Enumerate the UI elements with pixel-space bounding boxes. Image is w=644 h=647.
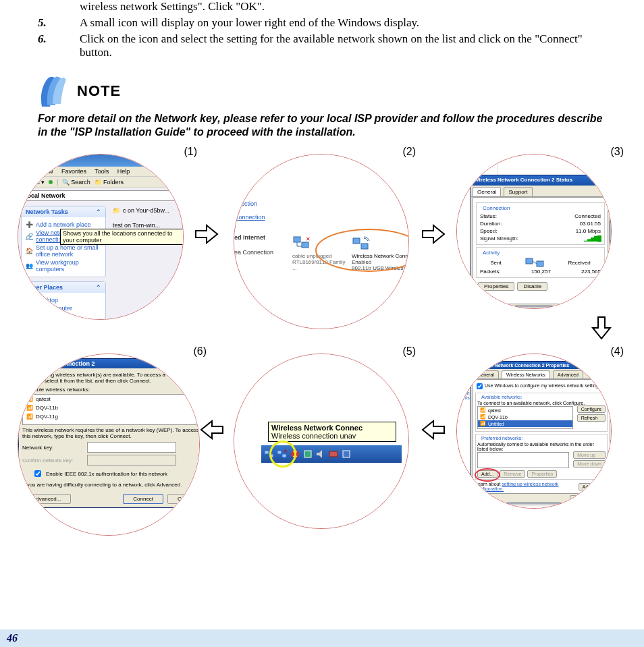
network-key-label: Network key: [22,445,83,451]
connect-button[interactable]: Connect [123,494,163,504]
collapse-icon[interactable]: ⌃ [96,284,101,291]
forward-icon[interactable] [49,180,53,184]
arrow-left-icon [421,420,446,440]
add-network-place-link[interactable]: ➕Add a network place [26,221,101,228]
svg-rect-5 [526,258,533,264]
available-networks-heading: Available networks: [480,395,523,399]
antenna-icon: 📶 [480,421,486,426]
note-icon [38,72,70,111]
wep-text: This wireless network requires the use o… [22,427,200,439]
tooltip-title: Wireless Network Connec [271,424,393,432]
network-item[interactable]: 📶qatest [23,395,200,403]
tab-advanced[interactable]: Advanced [553,370,583,378]
cancel-button[interactable]: Cancel [167,494,200,504]
setup-network-link[interactable]: 🏠Set up a home or small office network [26,244,101,258]
speed-value: 11.0 Mbps [576,228,601,234]
tray-icon[interactable] [328,449,339,459]
network-item[interactable]: 📶DQV-11b [23,403,200,412]
my-computer-link[interactable]: 💻My Computer [26,305,101,312]
tray-icon[interactable] [302,449,313,459]
advanced-button[interactable]: Advanced... [22,494,71,504]
share-item-2[interactable]: test on Tom-win... [113,222,160,229]
antenna-icon: 📶 [480,407,486,413]
properties-button[interactable]: Properties [478,282,514,291]
lan-icon[interactable]: ✕ [292,235,311,252]
move-down-button[interactable]: Move down [573,460,606,468]
menu-view[interactable]: View [40,168,53,175]
advanced-button[interactable]: Advanced [579,483,608,490]
disable-button[interactable]: Disable [517,282,547,291]
figure-label-5: (5) [402,345,416,358]
packets-sent: 150,257 [531,269,551,275]
use-windows-label: Use Windows to configure my wireless net… [485,383,601,388]
my-documents-link[interactable]: 📄My Documents [26,313,101,320]
ok-button[interactable]: OK [570,495,585,503]
available-label: Available wireless networks: [22,387,200,393]
network-key-input[interactable] [87,442,176,453]
back-button[interactable]: Back ▾ [21,179,45,186]
properties-button[interactable]: Properties [527,470,557,478]
tab-general[interactable]: General [473,370,499,378]
window-title: ork Places [18,154,184,167]
remove-button[interactable]: Remove [500,470,525,478]
note-label: NOTE [77,82,121,100]
view-workgroup-link[interactable]: 👥View workgroup computers [26,259,101,273]
note-block: NOTE [38,72,606,111]
refresh-button[interactable]: Refresh [577,414,606,422]
step-6: 6. Click on the icon and select the sett… [38,32,606,59]
folders-button[interactable]: 📁 Folders [95,179,124,186]
menu-bar[interactable]: Edit View Favorites Tools Help [18,167,184,177]
menu-help[interactable]: Help [117,168,130,175]
network-item[interactable]: 📶DQV-11b [478,414,572,420]
tray-icon[interactable] [341,449,352,459]
arrow-down-icon [591,316,612,340]
network-item-selected[interactable]: 📶Untitled [478,420,572,427]
figure-label-6: (6) [193,345,207,358]
computer-icon: 💻 [26,305,33,312]
folders-label: Folders [103,179,124,186]
collapse-icon[interactable]: ⌃ [96,208,101,215]
address-bar[interactable]: Local Network [20,190,182,201]
desktop-link[interactable]: 🖥️Desktop [26,297,101,304]
menu-favorites[interactable]: Favorites [61,168,86,175]
available-networks-list[interactable]: 📶qatest 📶DQV-11b 📶DQV-11g [22,394,200,425]
learn-link[interactable]: Learn about setting up wireless network … [475,482,576,491]
intro-text: The following wireless network(s) are av… [22,372,200,384]
add-icon: ➕ [26,221,33,228]
dialog-title: ss Network Connection 2 [19,359,200,368]
screenshot-1-network-places: ork Places Edit View Favorites Tools Hel… [18,154,184,320]
network-item[interactable]: 📶DQV-11g [23,412,200,421]
ieee-checkbox[interactable] [34,470,41,477]
menu-edit[interactable]: Edit [21,168,32,175]
close-icon[interactable]: ✕ [597,177,607,184]
side-text: ea Connection [234,248,288,257]
cancel-button[interactable]: Cancel [586,495,609,503]
desktop-icon: 🖥️ [26,297,33,304]
available-networks-text: To connect to an available network, clic… [477,401,606,405]
tab-general[interactable]: General [473,187,501,196]
speed-label: Speed: [480,228,497,234]
svg-rect-6 [537,261,543,266]
move-up-button[interactable]: Move up [573,451,606,459]
search-button[interactable]: 🔍 Search [62,179,90,186]
use-windows-checkbox[interactable] [477,383,483,389]
svg-rect-0 [294,237,300,242]
connection-group: Connection [481,205,511,211]
svg-text:✕: ✕ [306,236,311,242]
dialog-title: Wireless Network Connection 2 Properties [474,363,569,368]
volume-tray-icon[interactable] [315,449,326,459]
network-item[interactable]: 📶qatest [478,407,572,414]
share-item-1[interactable]: c on Your-d5bw... [123,207,169,214]
figure-label-2: (2) [402,146,416,158]
close-button[interactable]: Close [579,293,605,302]
menu-tools[interactable]: Tools [95,168,109,175]
network-icon: 🔗 [26,233,33,240]
tab-wireless-networks[interactable]: Wireless Networks [502,370,550,378]
activity-icon [525,257,545,268]
bg-gateway: Gateway [458,159,495,163]
side-link[interactable]: Connection [234,213,288,222]
configure-button[interactable]: Configure [577,405,606,413]
difficulty-text: If you are having difficulty connecting … [22,482,200,488]
tab-support[interactable]: Support [504,187,532,196]
duration-value: 03:01:55 [580,221,601,227]
